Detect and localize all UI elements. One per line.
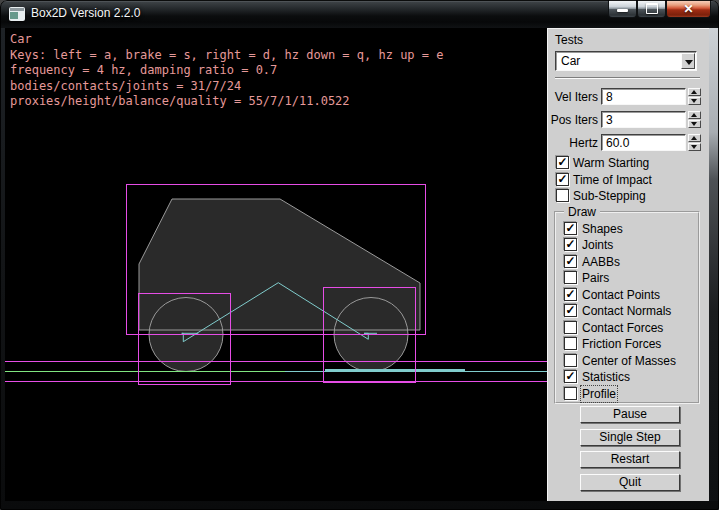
checkbox-row-aabbs[interactable]: ✓AABBs [556,255,698,269]
checkbox-row-profile[interactable]: Profile [556,387,698,401]
stats-line: proxies/height/balance/quality = 55/7/1/… [10,94,443,110]
checkbox-row-pairs[interactable]: Pairs [556,271,698,285]
hertz-row: Hertz [547,134,709,152]
checkbox-label-time-of-impact: Time of Impact [573,173,652,187]
checkbox-warm-starting[interactable]: ✓ [556,156,569,169]
checkbox-statistics[interactable]: ✓ [564,370,577,383]
app-icon [9,7,25,21]
spinner-down-button[interactable] [688,143,701,151]
pos-iters-row: Pos Iters [547,111,709,129]
spinner-up-button[interactable] [688,88,701,96]
checkbox-label-contact-normals: Contact Normals [582,304,671,318]
window-right-border [709,28,719,501]
checkbox-row-contact-normals[interactable]: ✓Contact Normals [556,304,698,318]
pos-iters-label: Pos Iters [547,113,598,127]
checkbox-row-friction-forces[interactable]: Friction Forces [556,337,698,351]
checkbox-row-center-of-masses[interactable]: Center of Masses [556,354,698,368]
arrow-down-icon [691,145,697,149]
pos-iters-spinner [688,111,701,128]
spinner-up-button[interactable] [688,134,701,142]
spinner-down-button[interactable] [688,120,701,128]
vel-iters-label: Vel Iters [547,90,598,104]
checkbox-row-shapes[interactable]: ✓Shapes [556,222,698,236]
checkbox-label-friction-forces: Friction Forces [582,337,661,351]
checkbox-contact-normals[interactable]: ✓ [564,304,577,317]
checkbox-row-contact-points[interactable]: ✓Contact Points [556,288,698,302]
app-icon-pane [10,12,18,19]
maximize-button[interactable] [637,0,666,18]
checkbox-aabbs[interactable]: ✓ [564,255,577,268]
separator [555,77,700,79]
app-icon-titlebar-stripe [10,8,24,11]
arrow-up-icon [691,136,697,140]
quit-button[interactable]: Quit [580,474,680,491]
checkbox-row-sub-stepping[interactable]: Sub-Stepping [547,189,709,203]
arrow-down-icon [691,99,697,103]
single-step-button[interactable]: Single Step [580,429,680,446]
minimize-button[interactable] [608,0,637,18]
checkbox-label-joints: Joints [582,238,613,252]
checkbox-friction-forces[interactable] [564,337,577,350]
arrow-down-icon [691,122,697,126]
stats-line: Keys: left = a, brake = s, right = d, hz… [10,48,443,64]
tests-label: Tests [555,33,583,47]
arrow-up-icon [691,113,697,117]
checkbox-label-center-of-masses: Center of Masses [582,354,676,368]
checkbox-label-warm-starting: Warm Starting [573,156,649,170]
vel-iters-spinner [688,88,701,105]
checkbox-center-of-masses[interactable] [564,354,577,367]
stats-line: bodies/contacts/joints = 31/7/24 [10,79,443,95]
chevron-down-icon [685,60,693,65]
hertz-input[interactable] [601,134,686,151]
checkbox-row-contact-forces[interactable]: Contact Forces [556,321,698,335]
checkbox-row-time-of-impact[interactable]: ✓Time of Impact [547,173,709,187]
tests-dropdown[interactable]: Car [555,51,697,71]
pos-iters-input[interactable] [601,111,686,128]
vel-iters-input[interactable] [601,88,686,105]
checkbox-label-contact-points: Contact Points [582,288,660,302]
checkbox-label-statistics: Statistics [582,370,630,384]
control-panel: Tests Car Vel Iters Pos Iters He [547,28,709,501]
pause-button[interactable]: Pause [580,406,680,423]
checkbox-label-aabbs: AABBs [582,255,620,269]
checkbox-contact-forces[interactable] [564,321,577,334]
checkbox-profile[interactable] [564,387,577,400]
checkbox-row-joints[interactable]: ✓Joints [556,238,698,252]
minimize-icon [609,0,636,17]
car-chassis-fill [139,199,420,330]
checkbox-label-shapes: Shapes [582,222,623,236]
checkbox-row-warm-starting[interactable]: ✓Warm Starting [547,156,709,170]
window-title: Box2D Version 2.2.0 [31,6,140,20]
app-window: Box2D Version 2.2.0 ✕ [0,0,719,510]
spinner-up-button[interactable] [688,111,701,119]
arrow-up-icon [691,90,697,94]
checkbox-label-contact-forces: Contact Forces [582,321,663,335]
debug-stats-text: CarKeys: left = a, brake = s, right = d,… [10,32,443,110]
checkbox-time-of-impact[interactable]: ✓ [556,173,569,186]
draw-options-group: Draw ✓Shapes✓Joints✓AABBsPairs✓Contact P… [554,211,700,404]
title-bar[interactable]: Box2D Version 2.2.0 ✕ [0,0,719,28]
hertz-spinner [688,134,701,151]
hertz-label: Hertz [547,136,598,150]
tests-dropdown-button[interactable] [681,53,695,69]
restart-button[interactable]: Restart [580,451,680,468]
checkbox-label-pairs: Pairs [582,271,609,285]
checkbox-joints[interactable]: ✓ [564,238,577,251]
checkbox-label-sub-stepping: Sub-Stepping [573,189,646,203]
draw-group-label: Draw [564,205,600,219]
checkbox-pairs[interactable] [564,271,577,284]
spinner-down-button[interactable] [688,97,701,105]
checkbox-sub-stepping[interactable] [556,189,569,202]
checkbox-row-statistics[interactable]: ✓Statistics [556,370,698,384]
vel-iters-row: Vel Iters [547,88,709,106]
stats-line: frequency = 4 hz, damping ratio = 0.7 [10,63,443,79]
close-icon: ✕ [667,0,710,17]
stats-line: Car [10,32,443,48]
checkbox-shapes[interactable]: ✓ [564,222,577,235]
close-button[interactable]: ✕ [666,0,711,18]
tests-dropdown-value: Car [561,54,580,68]
gl-viewport[interactable]: CarKeys: left = a, brake = s, right = d,… [5,28,547,501]
checkbox-contact-points[interactable]: ✓ [564,288,577,301]
checkbox-label-profile: Profile [582,387,616,401]
maximize-icon [638,0,665,17]
